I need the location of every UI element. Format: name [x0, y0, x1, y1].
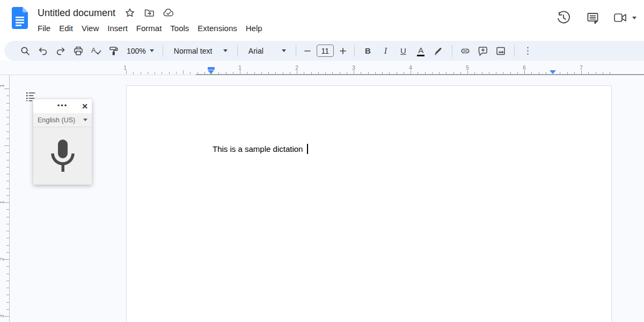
redo-icon[interactable]	[52, 43, 69, 58]
microphone-button[interactable]	[33, 127, 92, 184]
zoom-select[interactable]: 100%	[122, 43, 158, 58]
toolbar-divider	[296, 45, 296, 57]
increase-font-size-button[interactable]	[336, 43, 350, 58]
ruler-tick	[368, 72, 369, 75]
ruler-tick	[176, 72, 177, 75]
menu-extensions[interactable]: Extensions	[193, 23, 241, 34]
ruler-tick	[254, 72, 255, 75]
ruler-tick	[375, 72, 376, 75]
spell-check-icon[interactable]: A	[87, 43, 105, 58]
highlight-color-icon[interactable]	[430, 43, 448, 58]
ruler-tick	[460, 72, 461, 75]
toolbar-divider	[452, 45, 452, 57]
zoom-value: 100%	[127, 47, 146, 55]
ruler-tick	[6, 217, 9, 217]
join-call-control[interactable]	[613, 12, 636, 23]
ruler-tick	[6, 181, 9, 181]
paint-format-icon[interactable]	[105, 43, 122, 58]
undo-icon[interactable]	[34, 43, 52, 58]
ruler-tick	[474, 72, 475, 75]
search-menus-icon[interactable]	[16, 43, 34, 58]
voice-panel-close-icon[interactable]: ✕	[82, 103, 88, 110]
ruler-tick	[283, 72, 283, 75]
google-docs-logo-icon[interactable]	[12, 7, 28, 29]
font-size-input[interactable]: 11	[317, 45, 334, 57]
vertical-ruler[interactable]: 1123	[0, 75, 10, 322]
document-title[interactable]: Untitled document	[36, 8, 116, 19]
ruler-label: 3	[0, 314, 5, 318]
ruler-tick	[162, 72, 162, 75]
ruler-label: 3	[352, 65, 355, 71]
italic-button[interactable]: I	[377, 43, 394, 58]
ruler-tick	[211, 72, 212, 75]
ruler-tick	[596, 72, 596, 75]
ruler-tick	[531, 72, 532, 75]
paragraph-style-select[interactable]: Normal text	[167, 43, 233, 58]
ruler-tick	[6, 117, 9, 118]
ruler-tick	[6, 288, 9, 288]
menu-insert[interactable]: Insert	[103, 23, 132, 34]
insert-image-icon[interactable]	[492, 43, 510, 58]
ruler-tick	[6, 266, 9, 267]
toolbar: A 100% Normal text Arial	[4, 41, 644, 61]
ruler-tick	[446, 72, 447, 75]
ruler-tick	[275, 72, 276, 75]
title-block: Untitled document	[36, 5, 267, 35]
ruler-tick	[354, 70, 354, 74]
first-line-indent-marker[interactable]	[208, 67, 215, 74]
menu-help[interactable]: Help	[241, 23, 267, 34]
voice-panel-menu-icon[interactable]: •••	[57, 101, 68, 109]
ruler-tick	[6, 160, 9, 160]
text-color-button[interactable]: A	[412, 43, 430, 58]
ruler-tick	[169, 72, 170, 75]
ruler-label: 1	[238, 65, 241, 71]
horizontal-ruler[interactable]: 11234567	[0, 64, 644, 75]
document-text-line[interactable]: This is a sample dictation	[213, 144, 308, 154]
ruler-tick	[546, 72, 546, 75]
move-folder-icon[interactable]	[143, 7, 155, 19]
print-icon[interactable]	[69, 43, 87, 58]
ruler-tick	[183, 70, 184, 74]
comments-icon[interactable]	[584, 10, 601, 26]
add-comment-icon[interactable]	[474, 43, 492, 58]
font-family-select[interactable]: Arial	[242, 43, 291, 58]
ruler-tick	[6, 252, 9, 253]
menu-view[interactable]: View	[77, 23, 103, 34]
ruler-tick	[432, 72, 433, 75]
ruler-label: 2	[295, 65, 298, 71]
voice-language-select[interactable]: English (US)	[33, 113, 92, 127]
ruler-tick	[524, 70, 525, 74]
ruler-tick	[6, 309, 9, 310]
underline-button[interactable]: U	[394, 43, 412, 58]
bold-button[interactable]: B	[359, 43, 377, 58]
star-icon[interactable]	[124, 7, 136, 19]
ruler-tick	[226, 72, 226, 75]
ruler-tick	[4, 316, 9, 317]
version-history-icon[interactable]	[555, 10, 572, 26]
ruler-label: 1	[123, 65, 127, 71]
ruler-tick	[4, 145, 9, 146]
ruler-tick	[4, 202, 9, 203]
cloud-saved-icon[interactable]	[163, 7, 174, 19]
insert-link-icon[interactable]	[457, 43, 474, 58]
ruler-tick	[218, 72, 219, 75]
header-right-actions	[555, 10, 636, 26]
ruler-tick	[503, 72, 503, 75]
menu-format[interactable]: Format	[132, 23, 166, 34]
menu-edit[interactable]: Edit	[55, 23, 77, 34]
document-page[interactable]: This is a sample dictation	[126, 85, 612, 322]
menu-file[interactable]: File	[33, 23, 55, 34]
more-options-button[interactable]: ⋮	[519, 43, 537, 58]
ruler-label: 1	[0, 201, 5, 204]
menu-tools[interactable]: Tools	[166, 23, 193, 34]
document-text: This is a sample dictation	[213, 144, 305, 153]
toolbar-divider	[237, 45, 238, 57]
ruler-tick	[240, 70, 240, 74]
video-call-icon	[613, 12, 628, 23]
ruler-tick	[190, 72, 191, 75]
ruler-tick	[247, 72, 247, 75]
decrease-font-size-button[interactable]	[301, 43, 314, 58]
ruler-tick	[4, 89, 9, 89]
ruler-tick	[610, 72, 610, 75]
ruler-tick	[389, 72, 390, 75]
